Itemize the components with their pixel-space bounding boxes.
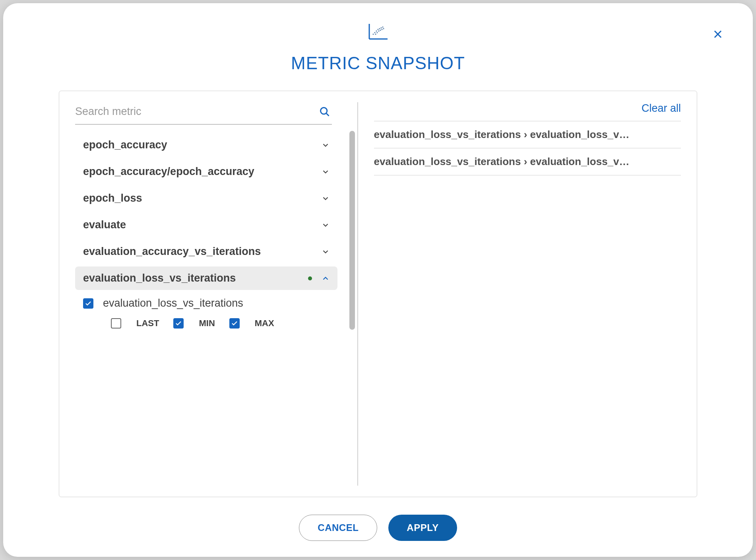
cancel-button[interactable]: CANCEL [299,515,377,541]
modal-title: METRIC SNAPSHOT [27,53,729,73]
option-last: LAST [111,318,159,329]
check-icon [175,320,182,327]
option-last-label: LAST [136,318,159,329]
metric-label: evaluate [83,219,320,231]
svg-point-12 [380,29,381,31]
option-min-label: MIN [199,318,215,329]
option-min: MIN [173,318,215,329]
option-max-label: MAX [255,318,274,329]
selection-dot-icon [308,276,312,280]
scrollbar-thumb[interactable] [349,131,355,330]
search-row [75,102,332,124]
close-icon [712,29,723,40]
chevron-up-icon [320,273,331,284]
metric-label: epoch_accuracy [83,139,320,151]
svg-point-9 [375,33,376,35]
chevron-down-icon [320,193,331,204]
svg-point-4 [376,30,377,31]
svg-point-14 [383,28,384,29]
svg-point-13 [381,29,382,30]
scrollbar[interactable] [349,131,355,489]
close-button[interactable] [711,27,725,41]
check-icon [85,300,92,307]
svg-point-6 [379,28,380,29]
chevron-down-icon [320,166,331,177]
svg-point-3 [374,32,375,33]
metric-item-epoch-accuracy-epoch-accuracy[interactable]: epoch_accuracy/epoch_accuracy [75,160,337,183]
svg-point-11 [378,30,379,31]
svg-point-10 [376,32,378,33]
modal-footer: CANCEL APPLY [27,497,729,541]
last-checkbox[interactable] [111,318,121,329]
option-max: MAX [229,318,274,329]
apply-button[interactable]: APPLY [388,515,457,541]
chart-icon [368,23,388,42]
metric-label: epoch_accuracy/epoch_accuracy [83,165,320,178]
search-input[interactable] [75,102,318,121]
left-panel: epoch_accuracy epoch_accuracy/epoch_accu… [59,91,357,497]
modal-header: METRIC SNAPSHOT [27,23,729,73]
metric-variant-row: evaluation_loss_vs_iterations [75,293,337,313]
svg-point-8 [382,26,383,27]
content-box: epoch_accuracy epoch_accuracy/epoch_accu… [59,91,697,497]
metric-item-evaluation-loss-vs-iterations[interactable]: evaluation_loss_vs_iterations [75,266,337,290]
search-icon[interactable] [318,105,332,119]
selected-metric-item[interactable]: evaluation_loss_vs_iterations › evaluati… [374,121,681,148]
max-checkbox[interactable] [229,318,240,329]
svg-point-15 [321,107,327,114]
svg-point-2 [372,33,374,35]
metric-snapshot-modal: METRIC SNAPSHOT epoch_accuracy epoch_acc… [3,3,753,557]
aggregation-options: LAST MIN MAX [75,315,337,332]
chevron-down-icon [320,246,331,257]
clear-all-button[interactable]: Clear all [374,102,681,115]
metric-label: evaluation_loss_vs_iterations [83,272,308,284]
check-icon [231,320,238,327]
chevron-down-icon [320,140,331,151]
svg-line-16 [326,113,329,116]
selected-metric-item[interactable]: evaluation_loss_vs_iterations › evaluati… [374,148,681,175]
metric-item-epoch-accuracy[interactable]: epoch_accuracy [75,133,337,157]
selected-list: evaluation_loss_vs_iterations › evaluati… [374,121,681,175]
metric-item-evaluation-accuracy-vs-iterations[interactable]: evaluation_accuracy_vs_iterations [75,240,337,263]
right-panel: Clear all evaluation_loss_vs_iterations … [358,91,697,497]
metrics-list: epoch_accuracy epoch_accuracy/epoch_accu… [75,129,349,489]
metric-item-epoch-loss[interactable]: epoch_loss [75,187,337,210]
chevron-down-icon [320,220,331,231]
metric-variant-checkbox[interactable] [83,298,93,309]
metric-item-evaluate[interactable]: evaluate [75,213,337,237]
metric-label: epoch_loss [83,192,320,204]
svg-point-7 [380,27,382,28]
min-checkbox[interactable] [173,318,184,329]
metric-label: evaluation_accuracy_vs_iterations [83,245,320,258]
svg-point-5 [377,29,378,30]
metric-variant-label: evaluation_loss_vs_iterations [103,297,243,309]
